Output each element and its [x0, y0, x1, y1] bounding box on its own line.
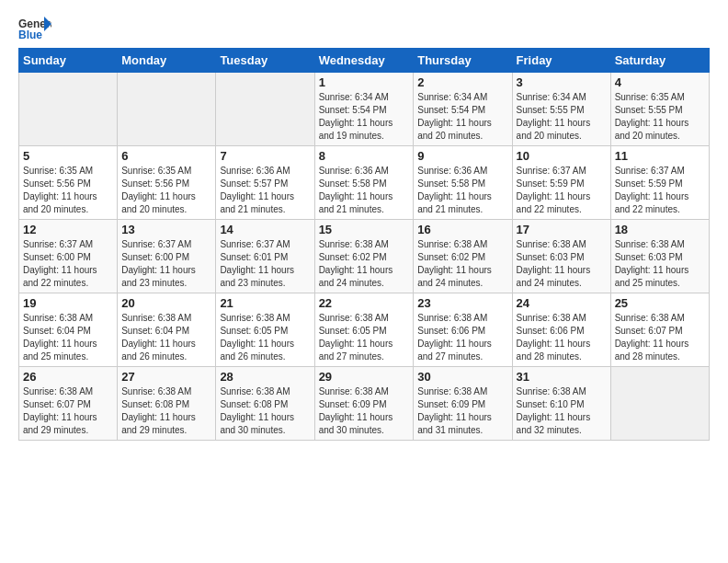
- day-info: Sunrise: 6:38 AM Sunset: 6:03 PM Dayligh…: [615, 238, 705, 290]
- day-info: Sunrise: 6:34 AM Sunset: 5:54 PM Dayligh…: [417, 91, 507, 143]
- calendar-day-cell: 23Sunrise: 6:38 AM Sunset: 6:06 PM Dayli…: [414, 293, 512, 367]
- day-info: Sunrise: 6:38 AM Sunset: 6:06 PM Dayligh…: [517, 312, 607, 363]
- day-number: 16: [417, 223, 507, 236]
- day-info: Sunrise: 6:36 AM Sunset: 5:57 PM Dayligh…: [220, 165, 310, 216]
- day-info: Sunrise: 6:38 AM Sunset: 6:07 PM Dayligh…: [23, 385, 113, 437]
- calendar-day-cell: [118, 73, 216, 146]
- calendar-week-row: 19Sunrise: 6:38 AM Sunset: 6:04 PM Dayli…: [19, 293, 710, 367]
- day-info: Sunrise: 6:38 AM Sunset: 6:03 PM Dayligh…: [517, 238, 607, 290]
- calendar-day-cell: 21Sunrise: 6:38 AM Sunset: 6:05 PM Dayli…: [216, 293, 314, 367]
- day-info: Sunrise: 6:38 AM Sunset: 6:02 PM Dayligh…: [319, 238, 410, 290]
- calendar-day-cell: 28Sunrise: 6:38 AM Sunset: 6:08 PM Dayli…: [216, 367, 314, 441]
- calendar-day-cell: 31Sunrise: 6:38 AM Sunset: 6:10 PM Dayli…: [512, 367, 610, 441]
- calendar-week-row: 26Sunrise: 6:38 AM Sunset: 6:07 PM Dayli…: [19, 367, 710, 441]
- calendar-day-cell: 14Sunrise: 6:37 AM Sunset: 6:01 PM Dayli…: [216, 220, 314, 293]
- day-info: Sunrise: 6:38 AM Sunset: 6:08 PM Dayligh…: [220, 385, 310, 437]
- day-info: Sunrise: 6:38 AM Sunset: 6:07 PM Dayligh…: [615, 312, 705, 363]
- calendar-day-cell: 29Sunrise: 6:38 AM Sunset: 6:09 PM Dayli…: [314, 367, 414, 441]
- calendar-day-cell: 16Sunrise: 6:38 AM Sunset: 6:02 PM Dayli…: [414, 220, 512, 293]
- day-info: Sunrise: 6:37 AM Sunset: 6:00 PM Dayligh…: [121, 238, 211, 290]
- day-number: 22: [319, 296, 410, 310]
- day-number: 31: [517, 370, 607, 384]
- day-number: 5: [23, 149, 113, 163]
- weekday-header-wednesday: Wednesday: [314, 49, 414, 73]
- calendar-day-cell: 9Sunrise: 6:36 AM Sunset: 5:58 PM Daylig…: [414, 146, 512, 220]
- day-number: 12: [23, 223, 113, 236]
- day-info: Sunrise: 6:34 AM Sunset: 5:54 PM Dayligh…: [319, 91, 410, 143]
- day-number: 10: [517, 149, 607, 163]
- page-header: General Blue: [18, 15, 710, 40]
- day-number: 26: [23, 370, 113, 384]
- calendar-day-cell: [19, 73, 118, 146]
- day-number: 28: [220, 370, 310, 384]
- weekday-header-saturday: Saturday: [610, 49, 709, 73]
- day-number: 21: [220, 296, 310, 310]
- day-info: Sunrise: 6:36 AM Sunset: 5:58 PM Dayligh…: [417, 165, 507, 216]
- day-number: 9: [417, 149, 507, 163]
- day-number: 1: [319, 75, 410, 89]
- calendar-day-cell: 8Sunrise: 6:36 AM Sunset: 5:58 PM Daylig…: [314, 146, 414, 220]
- day-info: Sunrise: 6:37 AM Sunset: 6:01 PM Dayligh…: [220, 238, 310, 290]
- day-info: Sunrise: 6:37 AM Sunset: 5:59 PM Dayligh…: [615, 165, 705, 216]
- day-info: Sunrise: 6:35 AM Sunset: 5:55 PM Dayligh…: [615, 91, 705, 143]
- calendar-day-cell: 18Sunrise: 6:38 AM Sunset: 6:03 PM Dayli…: [610, 220, 709, 293]
- calendar-day-cell: 27Sunrise: 6:38 AM Sunset: 6:08 PM Dayli…: [118, 367, 216, 441]
- calendar-day-cell: 1Sunrise: 6:34 AM Sunset: 5:54 PM Daylig…: [314, 73, 414, 146]
- day-info: Sunrise: 6:38 AM Sunset: 6:08 PM Dayligh…: [121, 385, 211, 437]
- calendar-week-row: 1Sunrise: 6:34 AM Sunset: 5:54 PM Daylig…: [19, 73, 710, 146]
- day-number: 25: [615, 296, 705, 310]
- day-info: Sunrise: 6:38 AM Sunset: 6:10 PM Dayligh…: [517, 385, 607, 437]
- calendar-day-cell: 20Sunrise: 6:38 AM Sunset: 6:04 PM Dayli…: [118, 293, 216, 367]
- calendar-day-cell: 7Sunrise: 6:36 AM Sunset: 5:57 PM Daylig…: [216, 146, 314, 220]
- calendar-header-row: SundayMondayTuesdayWednesdayThursdayFrid…: [19, 49, 710, 73]
- day-number: 20: [121, 296, 211, 310]
- calendar-day-cell: [610, 367, 709, 441]
- logo[interactable]: General Blue: [18, 15, 51, 40]
- calendar-day-cell: 26Sunrise: 6:38 AM Sunset: 6:07 PM Dayli…: [19, 367, 118, 441]
- day-number: 24: [517, 296, 607, 310]
- day-number: 30: [417, 370, 507, 384]
- day-number: 27: [121, 370, 211, 384]
- calendar-day-cell: 19Sunrise: 6:38 AM Sunset: 6:04 PM Dayli…: [19, 293, 118, 367]
- day-number: 11: [615, 149, 705, 163]
- calendar-day-cell: 3Sunrise: 6:34 AM Sunset: 5:55 PM Daylig…: [512, 73, 610, 146]
- calendar-week-row: 5Sunrise: 6:35 AM Sunset: 5:56 PM Daylig…: [19, 146, 710, 220]
- calendar-day-cell: 4Sunrise: 6:35 AM Sunset: 5:55 PM Daylig…: [610, 73, 709, 146]
- day-info: Sunrise: 6:35 AM Sunset: 5:56 PM Dayligh…: [23, 165, 113, 216]
- day-info: Sunrise: 6:38 AM Sunset: 6:06 PM Dayligh…: [417, 312, 507, 363]
- calendar-day-cell: 6Sunrise: 6:35 AM Sunset: 5:56 PM Daylig…: [118, 146, 216, 220]
- day-info: Sunrise: 6:38 AM Sunset: 6:05 PM Dayligh…: [319, 312, 410, 363]
- day-number: 18: [615, 223, 705, 236]
- day-number: 19: [23, 296, 113, 310]
- calendar-day-cell: 17Sunrise: 6:38 AM Sunset: 6:03 PM Dayli…: [512, 220, 610, 293]
- day-info: Sunrise: 6:34 AM Sunset: 5:55 PM Dayligh…: [517, 91, 607, 143]
- day-info: Sunrise: 6:38 AM Sunset: 6:09 PM Dayligh…: [319, 385, 410, 437]
- day-info: Sunrise: 6:38 AM Sunset: 6:04 PM Dayligh…: [23, 312, 113, 363]
- calendar-day-cell: [216, 73, 314, 146]
- day-number: 15: [319, 223, 410, 236]
- day-number: 23: [417, 296, 507, 310]
- calendar-day-cell: 2Sunrise: 6:34 AM Sunset: 5:54 PM Daylig…: [414, 73, 512, 146]
- day-number: 3: [517, 75, 607, 89]
- weekday-header-tuesday: Tuesday: [216, 49, 314, 73]
- weekday-header-thursday: Thursday: [414, 49, 512, 73]
- day-number: 6: [121, 149, 211, 163]
- day-number: 2: [417, 75, 507, 89]
- calendar-day-cell: 5Sunrise: 6:35 AM Sunset: 5:56 PM Daylig…: [19, 146, 118, 220]
- day-number: 17: [517, 223, 607, 236]
- weekday-header-monday: Monday: [118, 49, 216, 73]
- weekday-header-friday: Friday: [512, 49, 610, 73]
- day-info: Sunrise: 6:36 AM Sunset: 5:58 PM Dayligh…: [319, 165, 410, 216]
- calendar-day-cell: 24Sunrise: 6:38 AM Sunset: 6:06 PM Dayli…: [512, 293, 610, 367]
- day-info: Sunrise: 6:38 AM Sunset: 6:05 PM Dayligh…: [220, 312, 310, 363]
- day-info: Sunrise: 6:37 AM Sunset: 6:00 PM Dayligh…: [23, 238, 113, 290]
- day-info: Sunrise: 6:38 AM Sunset: 6:02 PM Dayligh…: [417, 238, 507, 290]
- calendar-day-cell: 15Sunrise: 6:38 AM Sunset: 6:02 PM Dayli…: [314, 220, 414, 293]
- calendar-day-cell: 11Sunrise: 6:37 AM Sunset: 5:59 PM Dayli…: [610, 146, 709, 220]
- day-info: Sunrise: 6:35 AM Sunset: 5:56 PM Dayligh…: [121, 165, 211, 216]
- calendar-day-cell: 30Sunrise: 6:38 AM Sunset: 6:09 PM Dayli…: [414, 367, 512, 441]
- day-info: Sunrise: 6:37 AM Sunset: 5:59 PM Dayligh…: [517, 165, 607, 216]
- day-number: 4: [615, 75, 705, 89]
- weekday-header-sunday: Sunday: [19, 49, 118, 73]
- calendar-week-row: 12Sunrise: 6:37 AM Sunset: 6:00 PM Dayli…: [19, 220, 710, 293]
